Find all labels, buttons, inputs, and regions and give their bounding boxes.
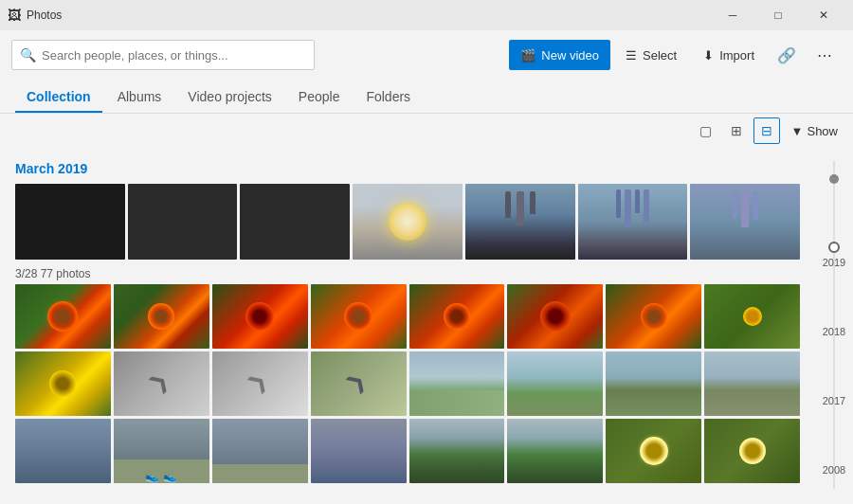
toolbar-right: 🎬 New video ☰ Select ⬇ Import 🔗 ⋯ xyxy=(509,40,842,70)
photo-thumb[interactable] xyxy=(507,284,603,349)
video-icon: 🎬 xyxy=(520,48,535,63)
photo-thumb[interactable] xyxy=(606,284,701,349)
photo-thumb[interactable] xyxy=(240,184,350,260)
photo-thumb[interactable] xyxy=(409,419,505,483)
photo-thumb[interactable] xyxy=(114,284,209,349)
photo-thumb[interactable] xyxy=(704,419,800,483)
photo-thumb[interactable] xyxy=(507,351,603,416)
search-box[interactable]: 🔍 xyxy=(11,40,315,70)
timeline-year-2018[interactable]: 2018 xyxy=(823,326,845,337)
view-options: ▢ ⊞ ⊟ ▼ Show xyxy=(0,114,853,146)
flowers-row-1 xyxy=(15,284,800,349)
select-label: Select xyxy=(643,48,677,63)
photo-thumb[interactable] xyxy=(606,351,701,416)
timeline: 2019 2018 2017 2008 xyxy=(815,146,853,504)
photo-thumb[interactable] xyxy=(465,184,575,260)
select-button[interactable]: ☰ Select xyxy=(614,40,688,70)
photo-thumb[interactable]: ❮ xyxy=(212,351,308,416)
photo-thumb[interactable] xyxy=(212,419,308,483)
import-button[interactable]: ⬇ Import xyxy=(692,40,766,70)
photo-thumb[interactable] xyxy=(15,419,111,483)
minimize-button[interactable]: ─ xyxy=(711,0,754,30)
import-label: Import xyxy=(719,48,754,63)
title-bar: 🖼 Photos ─ □ ✕ xyxy=(0,0,853,30)
title-bar-left: 🖼 Photos xyxy=(8,8,62,23)
photo-thumb[interactable] xyxy=(212,284,308,349)
view-grid-button[interactable]: ⊞ xyxy=(723,117,750,144)
top-thumbnails-row xyxy=(15,184,800,260)
photo-thumb[interactable] xyxy=(311,419,407,483)
timeline-line xyxy=(834,161,835,489)
tab-collection[interactable]: Collection xyxy=(15,82,102,113)
view-detail-button[interactable]: ⊟ xyxy=(753,117,780,144)
photo-area[interactable]: March 2019 xyxy=(0,146,815,504)
connected-button[interactable]: 🔗 xyxy=(770,40,804,70)
flowers-row-2: ❮ ❮ ❮ xyxy=(15,351,800,416)
timeline-year-2017[interactable]: 2017 xyxy=(823,395,845,406)
view-single-button[interactable]: ▢ xyxy=(693,117,719,144)
import-icon: ⬇ xyxy=(703,48,714,63)
app-icon: 🖼 xyxy=(8,8,21,23)
tab-people[interactable]: People xyxy=(287,82,352,113)
tab-video-projects[interactable]: Video projects xyxy=(176,82,282,113)
toolbar: 🔍 🎬 New video ☰ Select ⬇ Import 🔗 ⋯ xyxy=(0,30,853,80)
search-input[interactable] xyxy=(42,48,306,63)
show-toggle[interactable]: ▼ Show xyxy=(791,124,838,138)
tab-albums[interactable]: Albums xyxy=(106,82,173,113)
photo-thumb[interactable] xyxy=(409,351,505,416)
photo-thumb[interactable] xyxy=(690,184,800,260)
timeline-year-2008[interactable]: 2008 xyxy=(823,464,845,476)
date-count-label: 3/28 77 photos xyxy=(15,267,800,280)
timeline-year-2019[interactable]: 2019 xyxy=(823,257,845,268)
photo-thumb[interactable]: ❮ xyxy=(114,351,209,416)
show-label-text: Show xyxy=(807,124,838,138)
photo-thumb[interactable] xyxy=(128,184,238,260)
app-title: Photos xyxy=(27,9,62,22)
photo-thumb[interactable] xyxy=(311,284,407,349)
more-button[interactable]: ⋯ xyxy=(808,40,842,70)
photo-thumb[interactable] xyxy=(15,284,111,349)
photo-thumb[interactable]: ❮ xyxy=(311,351,407,416)
photo-thumb[interactable] xyxy=(409,284,505,349)
timeline-dot-active[interactable] xyxy=(828,242,840,253)
chevron-down-icon: ▼ xyxy=(791,124,804,138)
photo-thumb[interactable] xyxy=(15,184,125,260)
timeline-dot-1[interactable] xyxy=(829,174,839,184)
buildings-row: 👟 👟 xyxy=(15,419,800,483)
tab-folders[interactable]: Folders xyxy=(354,82,422,113)
photo-thumb[interactable] xyxy=(578,184,688,260)
photo-thumb[interactable] xyxy=(606,419,701,483)
nav-tabs: Collection Albums Video projects People … xyxy=(0,80,853,114)
photo-thumb[interactable] xyxy=(15,351,111,416)
photo-thumb[interactable] xyxy=(353,184,463,260)
section-date-march2019: March 2019 xyxy=(15,161,800,176)
close-button[interactable]: ✕ xyxy=(802,0,845,30)
new-video-button[interactable]: 🎬 New video xyxy=(509,40,610,70)
photo-thumb[interactable] xyxy=(507,419,603,483)
search-icon: 🔍 xyxy=(20,47,36,63)
select-icon: ☰ xyxy=(626,48,637,63)
maximize-button[interactable]: □ xyxy=(756,0,800,30)
photo-thumb[interactable] xyxy=(704,351,800,416)
new-video-label: New video xyxy=(541,48,599,63)
title-bar-controls: ─ □ ✕ xyxy=(711,0,845,30)
photo-thumb[interactable]: 👟 👟 xyxy=(114,419,209,483)
photo-thumb[interactable] xyxy=(704,284,800,349)
main-content: March 2019 xyxy=(0,146,853,504)
